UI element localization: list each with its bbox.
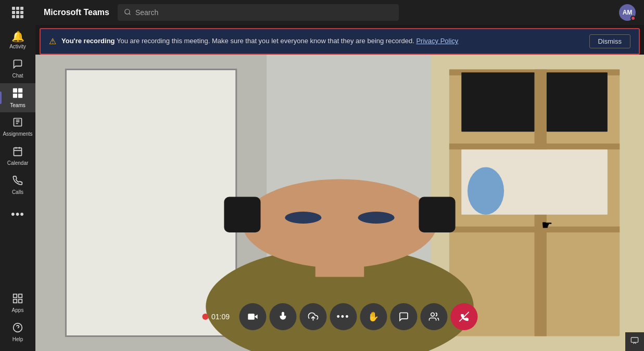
- sidebar-teams-label: Teams: [10, 102, 25, 108]
- svg-rect-30: [419, 197, 455, 232]
- teams-icon: [12, 87, 23, 101]
- raise-hand-button[interactable]: ✋: [360, 303, 387, 330]
- svg-point-32: [358, 212, 395, 224]
- title-bar-right: AM: [619, 4, 636, 21]
- search-input[interactable]: Search: [135, 8, 158, 17]
- more-icon: •••: [11, 207, 24, 221]
- bottom-popout-button[interactable]: [625, 332, 644, 351]
- sidebar-help-label: Help: [12, 336, 23, 342]
- recording-time: 01:09: [211, 313, 230, 321]
- svg-rect-1: [18, 88, 22, 93]
- svg-rect-9: [19, 300, 22, 303]
- chat-icon: [12, 59, 23, 72]
- sidebar-item-activity[interactable]: 🔔 Activity: [0, 25, 35, 54]
- svg-rect-5: [14, 148, 22, 155]
- svg-point-25: [468, 167, 504, 215]
- svg-rect-23: [547, 72, 608, 132]
- sidebar: 🔔 Activity Chat Teams: [0, 0, 35, 351]
- controls-bar: 01:09: [202, 303, 477, 330]
- camera-button[interactable]: [239, 303, 266, 330]
- svg-rect-7: [19, 294, 22, 298]
- apps-icon: [12, 293, 23, 306]
- svg-point-31: [285, 212, 321, 224]
- sidebar-item-apps[interactable]: Apps: [0, 289, 35, 318]
- svg-rect-2: [13, 94, 17, 98]
- popout-icon: [630, 336, 639, 347]
- sidebar-item-teams[interactable]: Teams: [0, 83, 35, 112]
- avatar-initials: AM: [623, 9, 633, 16]
- share-button[interactable]: [299, 303, 326, 330]
- sidebar-apps-label: Apps: [12, 307, 24, 313]
- grid-icon: [12, 7, 23, 18]
- sidebar-calendar-label: Calendar: [7, 160, 29, 166]
- app-title: Microsoft Teams: [44, 8, 109, 17]
- svg-rect-0: [13, 88, 17, 93]
- sidebar-item-more[interactable]: •••: [0, 200, 35, 229]
- banner-message: You are recording this meeting. Make sur…: [117, 37, 414, 45]
- svg-point-36: [431, 313, 434, 317]
- participants-button[interactable]: [420, 303, 447, 330]
- svg-rect-3: [18, 94, 22, 98]
- sidebar-item-calls[interactable]: Calls: [0, 171, 35, 200]
- svg-rect-29: [224, 197, 260, 232]
- avatar[interactable]: AM: [619, 4, 636, 21]
- sidebar-chat-label: Chat: [12, 73, 23, 79]
- calendar-icon: [12, 146, 23, 159]
- svg-rect-6: [14, 294, 17, 298]
- warning-icon: ⚠: [49, 36, 56, 46]
- svg-rect-34: [248, 314, 255, 320]
- sidebar-assignments-label: Assignments: [3, 131, 32, 137]
- mic-button[interactable]: [269, 303, 296, 330]
- video-area: ☛ 01:09: [35, 55, 644, 351]
- sidebar-nav: 🔔 Activity Chat Teams: [0, 25, 35, 289]
- recording-dot: [202, 314, 208, 320]
- sidebar-top: [0, 0, 35, 25]
- privacy-policy-link[interactable]: Privacy Policy: [416, 37, 458, 45]
- dismiss-button[interactable]: Dismiss: [589, 34, 631, 48]
- svg-rect-20: [449, 227, 620, 232]
- activity-icon: 🔔: [11, 30, 24, 43]
- sidebar-bottom: Apps Help: [0, 289, 35, 351]
- recording-banner: ⚠ You're recording You are recording thi…: [40, 28, 640, 55]
- banner-text: You're recording You are recording this …: [61, 36, 584, 46]
- sidebar-calls-label: Calls: [12, 189, 23, 195]
- sidebar-item-label: Activity: [9, 44, 26, 49]
- chat-button[interactable]: [390, 303, 417, 330]
- sidebar-item-chat[interactable]: Chat: [0, 54, 35, 83]
- svg-point-11: [125, 9, 130, 14]
- title-bar: Microsoft Teams Search AM: [35, 0, 644, 25]
- more-button[interactable]: •••: [330, 303, 357, 330]
- assignments-icon: [12, 117, 23, 130]
- avatar-status-badge: [630, 16, 636, 21]
- svg-rect-19: [449, 144, 620, 149]
- sidebar-item-assignments[interactable]: Assignments: [0, 112, 35, 141]
- search-bar[interactable]: Search: [118, 4, 399, 21]
- main-content: Microsoft Teams Search AM ⚠ You're recor…: [35, 0, 644, 351]
- help-icon: [12, 322, 23, 335]
- svg-marker-33: [254, 315, 257, 319]
- svg-point-28: [242, 179, 437, 268]
- recording-indicator: 01:09: [202, 313, 230, 321]
- end-call-button[interactable]: [450, 303, 477, 330]
- svg-rect-22: [461, 72, 534, 132]
- calls-icon: [12, 175, 23, 188]
- sidebar-item-help[interactable]: Help: [0, 318, 35, 347]
- app-launcher-button[interactable]: [0, 0, 35, 25]
- svg-rect-38: [631, 337, 638, 342]
- sidebar-item-calendar[interactable]: Calendar: [0, 141, 35, 171]
- svg-rect-8: [14, 300, 17, 303]
- search-icon: [124, 8, 131, 17]
- banner-warning-label: You're recording: [61, 37, 115, 45]
